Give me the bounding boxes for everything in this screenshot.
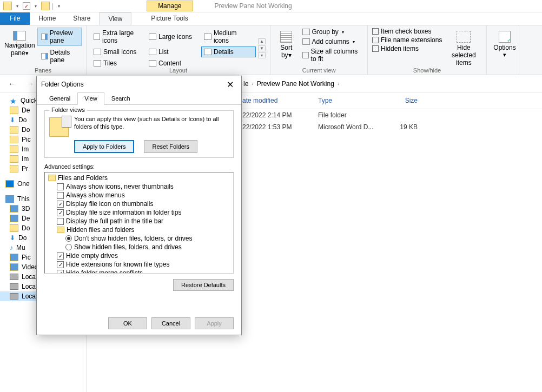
tab-home[interactable]: Home: [30, 12, 64, 25]
dialog-title-text: Folder Options: [41, 81, 84, 88]
column-type[interactable]: Type: [314, 95, 379, 107]
adv-hide-extensions[interactable]: ✓Hide extensions for known file types: [46, 260, 232, 269]
group-show-hide: Item check boxes File name extensions Hi…: [368, 25, 487, 75]
quick-access-toolbar: ▾ ✓ ▾ | ▾: [0, 2, 65, 10]
group-label-layout: Layout: [87, 67, 270, 74]
folder-views-legend: Folder views: [49, 107, 87, 113]
cancel-button[interactable]: Cancel: [151, 317, 190, 329]
layout-extra-large[interactable]: Extra large icons: [91, 28, 146, 46]
pc-icon: [5, 195, 14, 203]
navigation-pane-button[interactable]: Navigation pane▾: [4, 28, 35, 65]
disk-icon: [10, 274, 18, 280]
dialog-tabs: General View Search: [37, 92, 241, 105]
disk-icon: [10, 283, 18, 290]
options-icon: [499, 31, 511, 43]
sort-icon: [280, 31, 292, 43]
column-size[interactable]: Size: [379, 95, 422, 107]
layout-details[interactable]: Details: [201, 46, 256, 57]
contextual-tab-manage[interactable]: Manage: [147, 1, 193, 11]
hidden-items-toggle[interactable]: Hidden items: [372, 45, 442, 52]
close-button[interactable]: ✕: [223, 79, 237, 90]
group-label-show-hide: Show/hide: [368, 67, 486, 74]
ribbon: Navigation pane▾ Preview pane Details pa…: [0, 25, 542, 75]
advanced-settings-list[interactable]: Files and Folders Always show icons, nev…: [44, 172, 234, 274]
adv-show-hidden[interactable]: Show hidden files, folders, and drives: [46, 243, 232, 251]
navigation-pane-icon: [13, 31, 26, 41]
dialog-tab-general[interactable]: General: [42, 92, 77, 104]
group-layout: Extra large icons Large icons Medium ico…: [87, 25, 270, 75]
apply-button[interactable]: Apply: [195, 317, 234, 329]
adv-hidden-root: Hidden files and folders: [46, 225, 232, 234]
properties-icon[interactable]: ✓: [23, 2, 30, 10]
column-date[interactable]: ate modified: [238, 95, 314, 107]
size-columns-button[interactable]: Size all columns to fit: [301, 47, 363, 63]
adv-dont-show-hidden[interactable]: Don't show hidden files, folders, or dri…: [46, 234, 232, 243]
adv-display-size-tips[interactable]: ✓Display file size information in folder…: [46, 208, 232, 217]
layout-large[interactable]: Large icons: [146, 28, 201, 46]
new-folder-icon[interactable]: [41, 2, 50, 10]
adv-always-menus[interactable]: Always show menus: [46, 191, 232, 200]
qat-customize-icon[interactable]: ▾: [58, 4, 60, 9]
layout-medium[interactable]: Medium icons: [201, 28, 256, 46]
qat-dropdown-icon[interactable]: ▾: [35, 4, 37, 9]
ribbon-tabs: File Home Share View Picture Tools: [0, 12, 542, 25]
tab-file[interactable]: File: [0, 12, 30, 25]
adv-hide-empty-drives[interactable]: ✓Hide empty drives: [46, 251, 232, 260]
group-options: Options▾: [487, 25, 519, 75]
crumb-item[interactable]: Preview Pane Not Working: [257, 80, 334, 88]
restore-defaults-button[interactable]: Restore Defaults: [173, 279, 234, 291]
dialog-tab-search[interactable]: Search: [104, 92, 137, 104]
adv-hide-merge-conflicts[interactable]: ✓Hide folder merge conflicts: [46, 269, 232, 274]
folder-views-group: Folder views You can apply this view (su…: [44, 110, 234, 158]
file-extensions-toggle[interactable]: File name extensions: [372, 36, 442, 44]
folder-options-dialog: Folder Options ✕ General View Search Fol…: [36, 76, 242, 335]
disk-icon: [10, 293, 18, 300]
breadcrumb[interactable]: le › Preview Pane Not Working ›: [243, 80, 339, 88]
add-columns-button[interactable]: Add columns▾: [301, 37, 363, 46]
window-title: Preview Pane Not Working: [215, 2, 292, 10]
details-pane-icon: [41, 53, 48, 59]
star-icon: ★: [10, 97, 17, 104]
group-label-panes: Panes: [0, 67, 86, 74]
back-button[interactable]: ←: [5, 77, 18, 90]
item-checkboxes-toggle[interactable]: Item check boxes: [372, 28, 442, 35]
adv-full-path-title[interactable]: Display the full path in the title bar: [46, 217, 232, 225]
chevron-right-icon: ›: [338, 81, 339, 87]
advanced-settings-label: Advanced settings:: [44, 163, 234, 170]
folder-views-icon: [49, 117, 69, 137]
folder-views-text: You can apply this view (such as Details…: [74, 115, 229, 131]
dialog-body: Folder views You can apply this view (su…: [37, 105, 241, 296]
sort-by-button[interactable]: Sort by▾: [275, 28, 298, 63]
hide-selected-button[interactable]: Hide selected items: [447, 28, 480, 67]
title-bar: ▾ ✓ ▾ | ▾ Manage Preview Pane Not Workin…: [0, 0, 542, 12]
qat-dropdown-icon[interactable]: ▾: [16, 4, 18, 9]
forward-button[interactable]: →: [24, 77, 37, 90]
details-pane-button[interactable]: Details pane: [37, 47, 82, 65]
group-current-view: Sort by▾ Group by▾ Add columns▾ Size all…: [270, 25, 368, 75]
layout-list[interactable]: List: [146, 46, 201, 57]
preview-pane-icon: [41, 34, 48, 40]
group-label-current-view: Current view: [270, 67, 367, 74]
dialog-tab-view[interactable]: View: [77, 92, 104, 105]
tab-picture-tools[interactable]: Picture Tools: [142, 12, 196, 25]
group-by-button[interactable]: Group by▾: [301, 28, 363, 36]
layout-small[interactable]: Small icons: [91, 46, 146, 57]
adv-always-icons[interactable]: Always show icons, never thumbnails: [46, 182, 232, 191]
dialog-footer: OK Cancel Apply: [108, 317, 234, 329]
preview-pane-button[interactable]: Preview pane: [37, 28, 82, 46]
dialog-titlebar[interactable]: Folder Options ✕: [37, 76, 241, 92]
reset-folders-button[interactable]: Reset Folders: [144, 140, 197, 153]
adv-files-folders: Files and Folders: [46, 174, 232, 182]
tab-share[interactable]: Share: [64, 12, 99, 25]
crumb-item[interactable]: le: [243, 80, 248, 88]
tab-view[interactable]: View: [99, 12, 131, 25]
navigation-pane-label: Navigation pane: [4, 42, 35, 57]
adv-display-icon-thumb[interactable]: ✓Display file icon on thumbnails: [46, 200, 232, 208]
hide-selected-icon: [457, 31, 471, 43]
folder-icon: [57, 227, 64, 233]
folder-icon: [3, 2, 12, 10]
apply-to-folders-button[interactable]: Apply to Folders: [74, 140, 134, 153]
ok-button[interactable]: OK: [108, 317, 147, 329]
layout-scroll[interactable]: ▲▼▾: [258, 28, 266, 69]
options-button[interactable]: Options▾: [491, 28, 518, 58]
